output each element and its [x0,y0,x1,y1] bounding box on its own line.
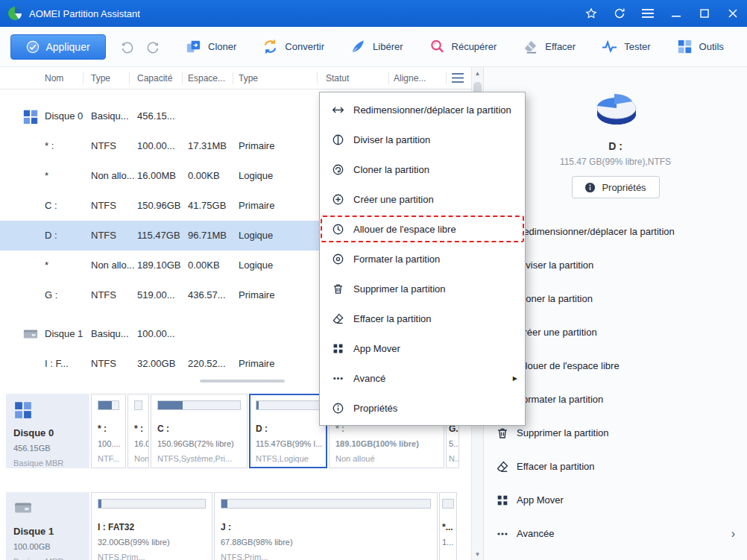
toolbar-item-label: Récupérer [452,41,497,52]
column-settings-icon[interactable] [452,73,464,83]
partition-block[interactable]: * : 16.0... Non... [127,394,149,468]
trash-icon [496,427,509,440]
menu-item-create[interactable]: Créer une partition [320,184,525,214]
column-header-type[interactable]: Type [91,67,110,89]
recover-icon [429,38,446,55]
menu-item-label: Effacer la partition [353,313,432,324]
menu-item-delete[interactable]: Supprimer la partition [320,274,525,303]
usage-bar [256,400,321,410]
column-header-espace[interactable]: Espace... [188,67,225,89]
toolbar-item-tester[interactable]: Tester [601,38,650,55]
menu-item-app-mover[interactable]: App Mover [320,333,525,363]
partition-block-i[interactable]: I : FAT32 32.00GB(99% libre) NTFS,Prim..… [91,492,212,560]
sync-icon[interactable] [605,0,634,27]
wipe-icon [522,38,539,55]
properties-button[interactable]: Propriétés [572,176,660,198]
partition-block[interactable]: * : 100.... NTF... [91,394,126,468]
close-icon[interactable] [719,0,747,27]
table-header: Nom Type Capacité Espace... Type Statut … [0,67,471,89]
menu-item-split[interactable]: Diviser la partition [320,125,525,154]
info-filled-icon [584,182,596,193]
menu-item-label: Cloner la partition [353,164,429,175]
action-label: Avancée [517,528,554,539]
context-menu: Redimensionner/déplacer la partition Div… [319,92,526,426]
cell-free-space: 0.00KB [188,251,237,280]
partition-block-c[interactable]: C : 150.96GB(72% libre) NTFS,Système,Pri… [151,394,248,468]
convert-icon [262,38,279,55]
submenu-arrow-icon: ▶ [513,363,517,393]
disk-gray-icon [22,326,39,342]
menu-item-label: Diviser la partition [353,134,430,145]
scroll-up-arrow[interactable]: ▲ [472,67,483,79]
menu-item-format[interactable]: Formater la partition [320,244,525,274]
partition-fs: NTFS,Prim... [98,550,206,560]
column-header-type2[interactable]: Type [239,67,258,89]
trash-icon [332,283,344,295]
menu-item-label: Redimensionner/déplacer la partition [353,104,511,116]
toolbar-item-recuperer[interactable]: Récupérer [429,38,497,55]
app-logo-icon [7,6,22,21]
menu-item-wipe[interactable]: Effacer la partition [320,303,525,333]
partition-fs: Non alloué [335,451,438,466]
column-header-capacite[interactable]: Capacité [137,67,172,89]
usage-bar [221,499,431,509]
usage-bar [98,499,206,509]
column-separator [388,72,389,84]
toolbar-item-cloner[interactable]: Cloner [185,38,236,55]
column-header-aligne[interactable]: Aligne... [394,67,426,89]
disk-block-disque1[interactable]: Disque 1 100.00GB Basique MBR [6,492,89,560]
partition-block-j[interactable]: J : 67.88GB(98% libre) NTFS,Prim... [214,492,438,560]
partition-size: 150.96GB(72% libre) [157,436,241,451]
cell-type: Basiqu... [91,319,137,349]
chevron-right-icon: › [731,527,735,541]
partition-block[interactable]: *... 1... [439,492,457,560]
split-icon [332,133,344,146]
column-separator [182,72,183,84]
partition-fs: Non... [134,451,142,466]
maximize-icon[interactable] [690,0,719,27]
partition-block-d-selected[interactable]: D : 115.47GB(99% l... NTFS,Logique [249,394,327,468]
menu-item-advanced[interactable]: Avancé ▶ [320,363,525,393]
action-wipe[interactable]: Effacer la partition [484,450,747,483]
cell-type: Basiqu... [91,101,137,131]
redo-icon[interactable] [145,40,160,54]
column-header-nom[interactable]: Nom [45,67,63,89]
menu-icon[interactable] [634,0,662,27]
partition-size: 16.0... [134,436,142,451]
partition-fs: NTF... [98,451,119,466]
partition-label: I : FAT32 [98,520,206,535]
cell-name: I : F... [45,349,89,379]
toolbar-item-effacer[interactable]: Effacer [522,38,576,55]
toolbar-item-outils[interactable]: Outils [676,38,724,55]
menu-item-clone[interactable]: Cloner la partition [320,154,525,184]
partition-size: 100.... [98,436,119,451]
action-app-mover[interactable]: App Mover [484,483,747,517]
menu-item-resize-move[interactable]: Redimensionner/déplacer la partition [320,95,525,125]
minimize-icon[interactable] [662,0,690,27]
cell-partition-type: Primaire [239,131,316,161]
grid-icon [332,342,344,355]
toolbar-item-liberer[interactable]: Libérer [350,38,403,55]
horizontal-scroll-thumb[interactable] [200,380,285,383]
disk-block-disque0[interactable]: Disque 0 456.15GB Basique MBR [6,394,89,468]
menu-item-properties[interactable]: Propriétés [320,393,525,423]
usage-bar [134,400,142,410]
column-header-statut[interactable]: Statut [326,67,349,89]
toolbar-item-convertir[interactable]: Convertir [262,38,324,55]
partition-label: * : [134,421,142,436]
dots-icon [496,527,509,541]
clone-icon [185,38,202,55]
star-icon[interactable] [577,0,605,27]
action-advanced[interactable]: Avancée › [484,517,747,550]
action-label: Supprimer la partition [517,427,609,438]
partition-size: 32.00GB(99% libre) [98,535,206,550]
scroll-down-arrow[interactable]: ▼ [472,548,483,560]
apply-button[interactable]: Appliquer [10,34,106,60]
apply-label: Appliquer [45,41,89,53]
menu-item-label: Créer une partition [353,194,434,205]
cell-type: NTFS [91,349,137,379]
cell-capacity: 100.00... [137,131,186,161]
test-icon [601,38,618,55]
menu-item-allocate-free-space[interactable]: Allouer de l'espace libre [320,214,525,244]
undo-icon[interactable] [121,40,135,54]
